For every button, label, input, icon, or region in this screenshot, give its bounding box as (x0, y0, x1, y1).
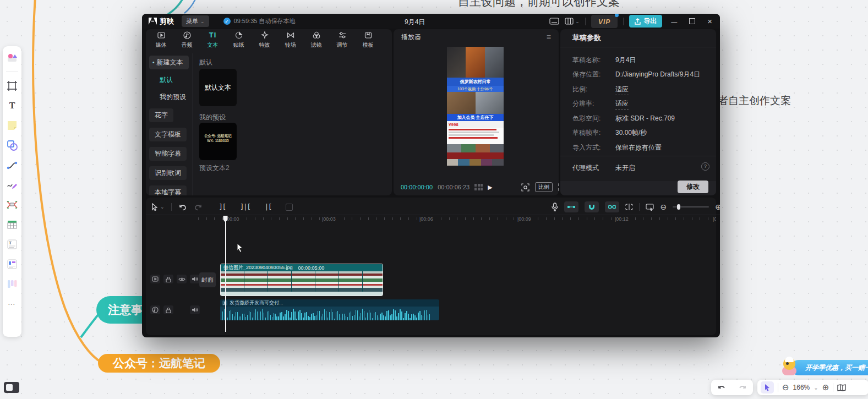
draft-params-header: 草稿参数 (572, 33, 601, 43)
sidebar-item-lyrics-recognition[interactable]: 识别歌词 (149, 166, 187, 180)
ratio-row-value[interactable]: 适应 (615, 85, 629, 95)
timeline-zoom-slider[interactable] (673, 204, 709, 210)
tab-adjust[interactable]: 调节 (329, 31, 355, 49)
playhead[interactable] (222, 215, 228, 332)
shapes-tool-icon[interactable] (6, 139, 18, 151)
frame-tool-icon[interactable] (6, 80, 18, 92)
tab-text[interactable]: TI文本 (200, 31, 226, 49)
undo-button[interactable] (717, 384, 726, 391)
mindmap-tool-icon[interactable] (6, 199, 18, 211)
maximize-button[interactable] (689, 18, 695, 24)
sidebar-item-local-captions[interactable]: 本地字幕 (149, 185, 187, 195)
timeline-zoom-out-icon[interactable]: ⊖ (660, 203, 667, 211)
tab-audio[interactable]: 音频 (174, 31, 200, 49)
split-left-tool-icon[interactable]: ]|[ (240, 203, 250, 211)
sidebar-item-my-presets[interactable]: 我的预设 (146, 89, 192, 106)
sidebar-item-default[interactable]: 默认 (146, 72, 192, 89)
tab-media[interactable]: 媒体 (148, 31, 174, 49)
tab-audio-label: 音频 (182, 41, 193, 49)
tab-effects[interactable]: 特效 (252, 31, 277, 49)
tab-sticker[interactable]: 贴纸 (226, 31, 252, 49)
timeline-ruler[interactable]: 00:00 |00:03 |00:06 |00:09 |00:12 |00:15 (198, 215, 716, 224)
preview-banner1: 俄罗斯农村日常 (447, 78, 504, 86)
tab-filters[interactable]: 滤镜 (303, 31, 329, 49)
modify-button[interactable]: 修改 (678, 181, 708, 193)
sidebar-item-new-text[interactable]: • 新建文本 (149, 56, 189, 69)
text-tool-icon[interactable]: T (6, 100, 18, 112)
split-right-tool-icon[interactable]: |[ (265, 203, 271, 211)
audio-track-mute-icon[interactable] (190, 305, 200, 314)
minimize-button[interactable]: — (668, 18, 680, 25)
draft-name-label: 草稿名称: (572, 56, 600, 64)
zoom-out-button[interactable]: ⊖ (782, 382, 789, 392)
main-track-magnet-toggle[interactable] (564, 201, 578, 212)
preview-quality-icon[interactable] (521, 183, 529, 192)
pen-tool-icon[interactable] (6, 179, 18, 191)
preview-axis-toggle[interactable] (625, 204, 633, 210)
redo-button[interactable] (738, 384, 747, 391)
text-doc-tool-icon[interactable]: T (6, 238, 18, 250)
audio-clip[interactable]: 发货撒娇开发商可交付... (220, 299, 439, 320)
timeline-zoom-in-icon[interactable]: ⊕ (715, 203, 720, 211)
video-track-mute-icon[interactable] (190, 275, 200, 283)
tab-transition[interactable]: 转场 (277, 31, 303, 49)
preset-card-line1: 公众号: 远航笔记 (199, 134, 237, 139)
kanban-tool-icon[interactable] (6, 278, 18, 290)
default-text-card[interactable]: 默认文本 (199, 69, 237, 106)
zoom-level[interactable]: 166% (793, 384, 810, 391)
layout-switch-button[interactable]: ⌄ (565, 18, 580, 25)
map-book-icon[interactable] (837, 384, 846, 391)
sidebar-item-smart-captions[interactable]: 智能字幕 (149, 147, 187, 161)
board-view-icon[interactable] (4, 382, 19, 393)
menu-button[interactable]: 菜单 ⌄ (182, 15, 209, 27)
fullscreen-icon[interactable] (558, 183, 559, 191)
delete-tool-icon[interactable] (286, 204, 293, 211)
player-panel: 播放器 ≡ 俄罗斯农村日常 103个视频 十分钟/个 加入会员 全店任下 (394, 29, 559, 195)
vip-button[interactable]: VIP (591, 15, 618, 28)
sticky-note-icon[interactable] (6, 119, 18, 132)
video-track-visibility-icon[interactable] (177, 275, 187, 283)
undo-button[interactable] (178, 203, 187, 211)
shortcut-keyboard-icon[interactable] (549, 18, 559, 25)
resolution-value[interactable]: 适应 (615, 99, 629, 110)
tab-templates[interactable]: 模板 (355, 31, 381, 49)
video-clip[interactable]: 微信图片_20230904093055.jpg 00:00:05:00 (220, 264, 383, 296)
sidebar-item-fancy-text[interactable]: 花字 (149, 108, 173, 122)
cover-button[interactable]: 封面 (199, 272, 216, 287)
sidebar-item-text-templates[interactable]: 文字模板 (149, 128, 187, 141)
table-tool-icon[interactable] (6, 218, 18, 231)
export-button[interactable]: 导出 (629, 15, 662, 28)
player-menu-icon[interactable]: ≡ (547, 32, 551, 41)
video-preview[interactable]: 俄罗斯农村日常 103个视频 十分钟/个 加入会员 全店任下 ¥998 (447, 47, 504, 166)
screen-cover-icon[interactable] (646, 204, 654, 211)
preset-text-card[interactable]: 公众号: 远航笔记 WX: 1180335 (199, 123, 237, 160)
app-logo: 剪映 (149, 17, 174, 26)
proxy-info-icon[interactable]: ? (701, 162, 709, 171)
close-button[interactable]: × (704, 17, 716, 26)
promo-badge[interactable]: 开学季优惠，买一赠一 (791, 360, 868, 375)
assets-palette-icon[interactable] (6, 52, 18, 64)
preset-card-caption: 预设文本2 (199, 163, 230, 173)
play-button[interactable]: ▶ (488, 184, 492, 191)
board-node-brand[interactable]: 公众号：远航笔记 (98, 354, 220, 373)
sidebar-smart-captions-label: 智能字幕 (155, 150, 181, 157)
select-tool-button[interactable]: ⌄ (151, 203, 165, 211)
board-node-brand-label: 公众号：远航笔记 (113, 356, 205, 371)
auto-snap-toggle[interactable] (585, 201, 599, 212)
video-track-lock-icon[interactable] (163, 275, 173, 283)
zoom-in-button[interactable]: ⊕ (822, 382, 829, 392)
frame-grid-icon[interactable] (474, 184, 483, 190)
audio-track-lock-icon[interactable] (163, 305, 173, 314)
split-tool-icon[interactable]: ][ (219, 203, 226, 211)
cursor-tool-button[interactable] (761, 381, 774, 393)
zoom-caret-icon[interactable]: ⌄ (814, 385, 818, 391)
zoom-slider-handle[interactable] (677, 204, 680, 210)
redo-button[interactable] (194, 203, 203, 211)
doc-blocks-tool-icon[interactable] (6, 258, 18, 270)
record-voiceover-icon[interactable] (552, 203, 558, 211)
vip-notification-dot (615, 14, 619, 17)
link-toggle[interactable] (605, 201, 619, 212)
ratio-button[interactable]: 比例 (535, 182, 553, 192)
connector-tool-icon[interactable] (6, 159, 18, 171)
more-tools-icon[interactable]: ⋯ (6, 298, 18, 310)
